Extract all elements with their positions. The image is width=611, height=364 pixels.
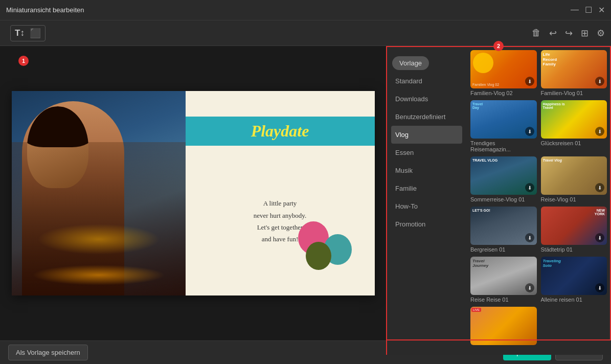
template-label-glueck: Glücksreisen 01 bbox=[541, 140, 607, 146]
preview-card: Playdate A little party never hurt anybo… bbox=[186, 91, 375, 295]
template-thumb-sommer: Travel Vlog ⬇ bbox=[470, 156, 537, 195]
download-icon: ⬇ bbox=[525, 77, 534, 86]
delete-icon[interactable]: 🗑 bbox=[532, 28, 541, 38]
main-area: Playdate A little party never hurt anybo… bbox=[0, 46, 611, 340]
download-icon-sommer: ⬇ bbox=[525, 183, 534, 192]
sidebar-item-promotion[interactable]: Promotion bbox=[387, 215, 466, 233]
sidebar-item-musik[interactable]: Musik bbox=[387, 162, 466, 179]
template-card-staedte[interactable]: NEWYORK ⬇ Städtetrip 01 bbox=[541, 207, 607, 253]
template-thumb-familien02: ⬇ bbox=[470, 50, 537, 88]
sidebar-item-vlog[interactable]: Vlog bbox=[391, 126, 462, 144]
right-panel: Vorlage Standard Downloads Benutzerdefin… bbox=[386, 46, 611, 355]
template-label-sommer: Sommerreise-Vlog 01 bbox=[470, 196, 537, 202]
template-label-reisevlog: Reise-Vlog 01 bbox=[541, 196, 607, 202]
toolbar-tools-section: T↕ ⬛ bbox=[10, 25, 46, 41]
sidebar-item-downloads[interactable]: Downloads bbox=[387, 90, 466, 108]
preview-canvas: Playdate A little party never hurt anybo… bbox=[12, 91, 375, 295]
undo-icon[interactable]: ↩ bbox=[549, 28, 557, 39]
template-thumb-reisereise: TravelJourney ⬇ bbox=[470, 257, 537, 295]
redo-icon[interactable]: ↪ bbox=[565, 28, 573, 39]
badge-2: 2 bbox=[493, 41, 504, 51]
download-icon-berg: ⬇ bbox=[525, 233, 534, 242]
template-thumb-trendiges: TravelDay ⬇ bbox=[470, 100, 537, 139]
toolbar-right-actions: 🗑 ↩ ↪ ⊞ ⚙ bbox=[532, 28, 605, 39]
sidebar-item-howto[interactable]: How-To bbox=[387, 197, 466, 215]
sidebar-item-benutzerdefiniert[interactable]: Benutzerdefiniert bbox=[387, 108, 466, 126]
minimize-button[interactable]: — bbox=[571, 5, 579, 15]
template-thumb-reisevlog: Travel Vlog ⬇ bbox=[541, 156, 607, 195]
template-label-familien02: Familien-Vlog 02 bbox=[470, 90, 537, 96]
window-title: Miniaturansicht bearbeiten bbox=[6, 6, 84, 14]
template-row-5: TravelJourney ⬇ Reise Reise 01 Traveling… bbox=[470, 257, 607, 303]
download-icon-reisereise: ⬇ bbox=[525, 283, 534, 292]
template-label-trendiges: Trendiges Reisemagazin... bbox=[470, 140, 537, 152]
template-label-berg: Bergreisen 01 bbox=[470, 246, 537, 253]
settings-icon[interactable]: ⚙ bbox=[597, 28, 605, 39]
template-card-placeholder bbox=[541, 307, 607, 347]
template-row-2: TravelDay ⬇ Trendiges Reisemagazin... Ha… bbox=[470, 100, 607, 152]
crop-icon[interactable]: ⊞ bbox=[581, 28, 589, 39]
template-row-3: Travel Vlog ⬇ Sommerreise-Vlog 01 Travel… bbox=[470, 156, 607, 202]
maximize-button[interactable]: ☐ bbox=[585, 5, 592, 15]
sidebar-item-standard[interactable]: Standard bbox=[387, 72, 466, 90]
template-card-reisereise[interactable]: TravelJourney ⬇ Reise Reise 01 bbox=[470, 257, 537, 303]
template-card-extra[interactable]: LIVE bbox=[470, 307, 537, 347]
template-label-allein: Alleine reisen 01 bbox=[541, 297, 607, 303]
download-icon-allein: ⬇ bbox=[595, 283, 604, 292]
template-label-familien01: Familien-Vlog 01 bbox=[541, 90, 607, 96]
toolbar: 1 T↕ ⬛ 🗑 ↩ ↪ ⊞ ⚙ bbox=[0, 20, 611, 46]
template-thumb-berg: Let's Go! ⬇ bbox=[470, 207, 537, 245]
template-card-sommer[interactable]: Travel Vlog ⬇ Sommerreise-Vlog 01 bbox=[470, 156, 537, 202]
preview-photo bbox=[12, 91, 186, 295]
balloon-green bbox=[306, 242, 331, 270]
preview-area: Playdate A little party never hurt anybo… bbox=[0, 46, 386, 340]
download-icon-staedte: ⬇ bbox=[595, 233, 604, 242]
template-row-6: LIVE bbox=[470, 307, 607, 347]
image-tool-icon[interactable]: ⬛ bbox=[30, 28, 41, 39]
download-icon-familien01: ⬇ bbox=[595, 77, 604, 86]
template-card-allein[interactable]: TravelingSolo ⬇ Alleine reisen 01 bbox=[541, 257, 607, 303]
template-card-familien01[interactable]: LifeRecordFamily ⬇ Familien-Vlog 01 bbox=[541, 50, 607, 96]
template-card-berg[interactable]: Let's Go! ⬇ Bergreisen 01 bbox=[470, 207, 537, 253]
template-card-trendiges[interactable]: TravelDay ⬇ Trendiges Reisemagazin... bbox=[470, 100, 537, 152]
template-card-reisevlog[interactable]: Travel Vlog ⬇ Reise-Vlog 01 bbox=[541, 156, 607, 202]
template-thumb-familien01: LifeRecordFamily ⬇ bbox=[541, 50, 607, 88]
title-bar: Miniaturansicht bearbeiten — ☐ ✕ bbox=[0, 0, 611, 20]
sidebar-item-essen[interactable]: Essen bbox=[387, 144, 466, 162]
photo-background bbox=[12, 91, 186, 295]
banner: Playdate bbox=[186, 117, 375, 146]
right-panel-container: 2 Vorlage Standard Downloads Benutzerdef… bbox=[386, 46, 611, 340]
save-template-button[interactable]: Als Vorlage speichern bbox=[8, 345, 88, 360]
badge-1: 1 bbox=[18, 56, 29, 66]
banner-text: Playdate bbox=[251, 122, 309, 141]
template-label-staedte: Städtetrip 01 bbox=[541, 246, 607, 253]
sidebar-item-familie[interactable]: Familie bbox=[387, 179, 466, 197]
template-thumb-staedte: NEWYORK ⬇ bbox=[541, 207, 607, 245]
template-grid: ⬇ Familien-Vlog 02 LifeRecordFamily ⬇ Fa… bbox=[466, 46, 611, 355]
window-controls: — ☐ ✕ bbox=[571, 5, 605, 15]
template-thumb-extra: LIVE bbox=[470, 307, 537, 345]
nav-sidebar: Vorlage Standard Downloads Benutzerdefin… bbox=[387, 46, 466, 355]
vorlage-button[interactable]: Vorlage bbox=[392, 56, 429, 70]
download-icon-trendiges: ⬇ bbox=[525, 127, 534, 136]
template-thumb-glueck: Happiness isTravel ⬇ bbox=[541, 100, 607, 139]
close-button[interactable]: ✕ bbox=[598, 5, 605, 15]
text-tool-icon[interactable]: T↕ bbox=[15, 28, 25, 38]
download-icon-reisevlog: ⬇ bbox=[595, 183, 604, 192]
template-thumb-allein: TravelingSolo ⬇ bbox=[541, 257, 607, 295]
template-card-familien02[interactable]: ⬇ Familien-Vlog 02 bbox=[470, 50, 537, 96]
download-icon-glueck: ⬇ bbox=[595, 127, 604, 136]
template-card-glueck[interactable]: Happiness isTravel ⬇ Glücksreisen 01 bbox=[541, 100, 607, 152]
panel-inner: Vorlage Standard Downloads Benutzerdefin… bbox=[387, 46, 611, 355]
template-label-reisereise: Reise Reise 01 bbox=[470, 297, 537, 303]
template-row-1: ⬇ Familien-Vlog 02 LifeRecordFamily ⬇ Fa… bbox=[470, 50, 607, 96]
template-row-4: Let's Go! ⬇ Bergreisen 01 NEWYORK ⬇ Städ… bbox=[470, 207, 607, 253]
